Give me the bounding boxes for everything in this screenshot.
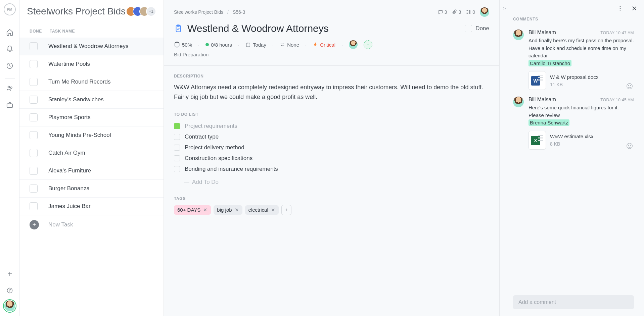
mention[interactable]: Brenna Schwartz: [528, 119, 569, 126]
done-toggle[interactable]: Done: [465, 25, 489, 32]
todo-checkbox[interactable]: [174, 155, 180, 161]
comment-input[interactable]: Add a comment: [513, 295, 634, 309]
new-task-button[interactable]: + New Task: [19, 215, 164, 234]
task-row[interactable]: Watertime Pools: [19, 55, 164, 73]
task-row[interactable]: Burger Bonanza: [19, 180, 164, 198]
priority-meta[interactable]: Critical: [313, 42, 335, 48]
todo-checkbox[interactable]: [174, 134, 180, 140]
tag[interactable]: big job✕: [214, 205, 242, 215]
todo-item[interactable]: Bonding and insurance requirements: [174, 164, 489, 174]
tag[interactable]: electrical✕: [245, 205, 279, 215]
task-done-checkbox[interactable]: [30, 113, 38, 121]
task-row[interactable]: Turn Me Round Records: [19, 73, 164, 91]
attachment[interactable]: XW&W estimate.xlsx8 KB: [528, 131, 634, 150]
task-row[interactable]: Playmore Sports: [19, 109, 164, 126]
current-user-avatar[interactable]: [4, 301, 15, 311]
add-icon[interactable]: [3, 267, 16, 280]
todo-label: Contract type: [185, 134, 219, 140]
status-dot-icon: [205, 43, 209, 46]
remove-tag-icon[interactable]: ✕: [271, 207, 275, 213]
todo-checkbox[interactable]: [174, 123, 180, 129]
date-meta[interactable]: Today: [245, 42, 266, 48]
task-row[interactable]: Stanley's Sandwiches: [19, 91, 164, 109]
task-list-panel: Steelworks Project Bids +1 DONE TASK NAM…: [19, 0, 164, 316]
react-icon[interactable]: [626, 142, 634, 150]
comment-avatar[interactable]: [513, 30, 524, 40]
task-name: Playmore Sports: [48, 114, 91, 121]
task-row[interactable]: James Juice Bar: [19, 198, 164, 215]
task-row[interactable]: Catch Air Gym: [19, 144, 164, 162]
close-icon[interactable]: [631, 5, 637, 11]
task-name: Turn Me Round Records: [48, 78, 111, 85]
todo-label: Project delivery method: [185, 144, 244, 151]
todo-item[interactable]: Construction specifications: [174, 153, 489, 164]
react-icon[interactable]: [626, 83, 634, 91]
svg-point-1: [8, 86, 10, 88]
help-icon[interactable]: [3, 284, 16, 297]
task-name: Young Minds Pre-School: [48, 132, 111, 139]
todo-checkbox[interactable]: [174, 166, 180, 172]
task-done-checkbox[interactable]: [30, 131, 38, 139]
tags-label: TAGS: [174, 196, 489, 201]
task-name: Watertime Pools: [48, 61, 90, 67]
task-name: James Juice Bar: [48, 203, 91, 210]
progress-meta[interactable]: 50%: [174, 42, 192, 48]
attachment-count[interactable]: 3: [452, 9, 461, 15]
task-done-checkbox[interactable]: [30, 42, 38, 50]
more-menu-icon[interactable]: [617, 5, 623, 11]
svg-point-11: [620, 10, 621, 11]
briefcase-icon[interactable]: [3, 98, 16, 112]
app-logo[interactable]: PM: [4, 3, 16, 15]
project-title: Steelworks Project Bids: [27, 6, 129, 17]
task-phase: Bid Preparation: [174, 52, 489, 57]
task-done-checkbox[interactable]: [30, 96, 38, 104]
task-row[interactable]: Young Minds Pre-School: [19, 126, 164, 144]
comment-text: Here's some quick financial figures for …: [528, 104, 634, 127]
comment-count[interactable]: 3: [438, 9, 447, 15]
task-done-checkbox[interactable]: [30, 149, 38, 157]
add-assignee-button[interactable]: +: [364, 40, 372, 49]
add-tag-button[interactable]: +: [281, 205, 291, 215]
task-done-checkbox[interactable]: [30, 185, 38, 193]
task-done-checkbox[interactable]: [30, 60, 38, 68]
clock-icon[interactable]: [3, 59, 16, 72]
collapse-icon[interactable]: ››: [503, 5, 506, 11]
bell-icon[interactable]: [3, 42, 16, 56]
task-title[interactable]: Westlend & Woodrow Attorneys: [187, 23, 460, 34]
comment-avatar[interactable]: [513, 97, 524, 107]
mention[interactable]: Camilo Tristancho: [528, 60, 571, 66]
add-todo-button[interactable]: Add To Do: [184, 174, 489, 188]
todo-label: TO DO LIST: [174, 112, 489, 117]
done-checkbox[interactable]: [465, 25, 472, 32]
task-row[interactable]: Alexa's Furniture: [19, 162, 164, 180]
breadcrumb-project[interactable]: Steelworks Project Bids: [174, 9, 223, 15]
file-name: W & W proposal.docx: [550, 74, 598, 80]
task-owner-avatar[interactable]: [480, 7, 489, 17]
remove-tag-icon[interactable]: ✕: [203, 207, 208, 213]
todo-item[interactable]: Project delivery method: [174, 142, 489, 153]
comment-time: TODAY 10:45 AM: [600, 98, 634, 102]
home-icon[interactable]: [3, 25, 16, 39]
subtask-count[interactable]: 0: [466, 9, 475, 15]
plus-icon: +: [30, 220, 39, 229]
task-done-checkbox[interactable]: [30, 167, 38, 175]
task-description[interactable]: W&W Attorneys need a completely redesign…: [174, 83, 489, 102]
assignee-avatar[interactable]: [349, 40, 358, 49]
remove-tag-icon[interactable]: ✕: [235, 207, 239, 213]
recurrence-meta[interactable]: None: [280, 42, 299, 48]
tag[interactable]: 60+ DAYS✕: [174, 205, 211, 215]
todo-checkbox[interactable]: [174, 145, 180, 151]
task-done-checkbox[interactable]: [30, 202, 38, 210]
comment: Bill MalsamTODAY 10:47 AMAnd finally her…: [500, 26, 644, 93]
task-done-checkbox[interactable]: [30, 78, 38, 86]
hours-meta[interactable]: 0/8 hours: [205, 42, 232, 48]
attachment[interactable]: WW & W proposal.docx11 KB: [528, 71, 634, 90]
breadcrumb-separator: /: [227, 9, 229, 15]
project-members[interactable]: +1: [129, 6, 156, 16]
new-task-label: New Task: [48, 221, 73, 228]
team-icon[interactable]: [3, 82, 16, 95]
task-row[interactable]: Westlend & Woodrow Attorneys: [19, 38, 164, 55]
todo-item[interactable]: Project requirements: [174, 121, 489, 131]
todo-item[interactable]: Contract type: [174, 131, 489, 142]
member-overflow[interactable]: +1: [146, 6, 156, 16]
